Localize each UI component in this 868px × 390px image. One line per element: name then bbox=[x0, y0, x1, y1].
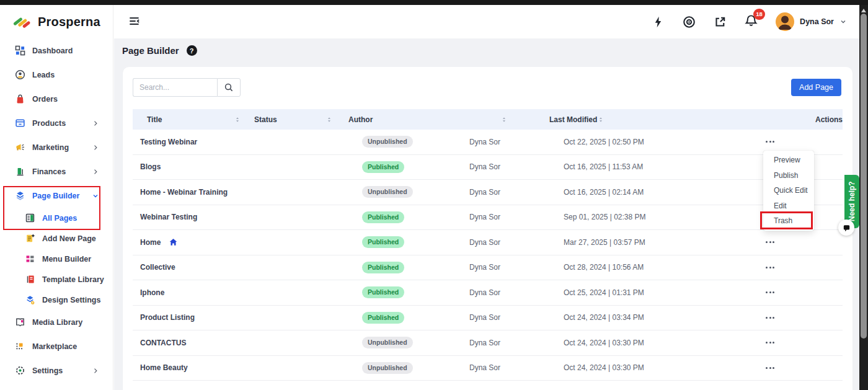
window-top-bar bbox=[0, 0, 868, 5]
notification-badge: 18 bbox=[753, 9, 765, 20]
row-actions-button[interactable] bbox=[764, 288, 776, 297]
sidebar-item-marketing[interactable]: Marketing bbox=[0, 135, 113, 159]
row-actions-button[interactable] bbox=[764, 137, 776, 146]
sidebar: Prosperna Dashboard Leads Orders bbox=[0, 5, 113, 390]
status-badge: Published bbox=[362, 211, 404, 223]
page-row-title: Collective bbox=[140, 263, 175, 272]
scrollbar-thumb[interactable] bbox=[861, 14, 867, 339]
topbar: 18 Dyna Sor bbox=[114, 5, 859, 38]
sidebar-item-marketplace[interactable]: Marketplace bbox=[0, 334, 113, 358]
sidebar-item-label: Marketplace bbox=[32, 342, 77, 351]
sidebar-item-all-pages[interactable]: All Pages bbox=[0, 208, 113, 228]
sidebar-item-label: Orders bbox=[32, 95, 58, 104]
sidebar-item-page-builder[interactable]: Page Builder bbox=[0, 184, 113, 208]
column-header[interactable]: Title bbox=[133, 115, 247, 124]
notifications-button[interactable]: 18 bbox=[745, 14, 758, 30]
help-icon[interactable]: ? bbox=[187, 45, 197, 56]
title-cell: Home bbox=[133, 237, 348, 247]
prosperna-logo-icon bbox=[12, 12, 33, 32]
chat-icon bbox=[842, 223, 851, 233]
last-modified-cell: Oct 24, 2024 | 03:34 PM bbox=[556, 313, 757, 322]
last-modified-cell: Oct 28, 2024 | 10:56 AM bbox=[556, 263, 757, 272]
record-icon[interactable] bbox=[683, 16, 696, 29]
column-header[interactable]: Last Modified bbox=[542, 115, 815, 124]
sidebar-item-add-new-page[interactable]: Add New Page bbox=[0, 228, 113, 249]
menu-item-preview[interactable]: Preview bbox=[763, 153, 814, 168]
table-row[interactable]: Collective Published Dyna Sor Oct 28, 20… bbox=[133, 255, 843, 281]
sidebar-item-settings[interactable]: Settings bbox=[0, 358, 113, 383]
row-actions-button[interactable] bbox=[764, 263, 776, 272]
sidebar-item-icon bbox=[15, 118, 25, 128]
sidebar-item-menu-builder[interactable]: Menu Builder bbox=[0, 249, 113, 269]
sidebar-item-icon bbox=[15, 365, 25, 376]
page-row-title: Testing Webinar bbox=[140, 138, 197, 146]
status-badge: Unpublished bbox=[362, 337, 413, 348]
actions-cell bbox=[757, 363, 843, 373]
sidebar-item-orders[interactable]: Orders bbox=[0, 87, 113, 111]
table-row[interactable]: Blogs Published Dyna Sor Oct 16, 2025 | … bbox=[133, 155, 843, 180]
topbar-actions: 18 Dyna Sor bbox=[652, 12, 847, 31]
sidebar-item-dashboard[interactable]: Dashboard bbox=[0, 38, 113, 63]
avatar-person-icon bbox=[776, 12, 794, 31]
scrollbar-up-arrow[interactable] bbox=[861, 9, 866, 12]
table-row[interactable]: Webinar Testing Published Dyna Sor Sep 0… bbox=[133, 205, 843, 231]
author-cell: Dyna Sor bbox=[463, 213, 556, 221]
search-button[interactable] bbox=[217, 78, 241, 97]
sidebar-item-icon bbox=[25, 213, 35, 223]
sidebar-item-icon bbox=[15, 142, 25, 153]
menu-item-edit[interactable]: Edit bbox=[763, 198, 814, 214]
chat-launcher[interactable] bbox=[838, 219, 854, 236]
collapse-sidebar-button[interactable] bbox=[127, 14, 142, 29]
table-toolbar: Add Page bbox=[123, 67, 852, 109]
table-row[interactable]: Home Beauty Unpublished Dyna Sor Oct 24,… bbox=[133, 356, 843, 381]
bolt-icon[interactable] bbox=[652, 16, 665, 29]
menu-item-quick-edit[interactable]: Quick Edit bbox=[763, 183, 814, 198]
menu-item-trash[interactable]: Trash bbox=[763, 213, 814, 229]
table-row[interactable]: Home Published Dyna Sor Mar 27, 2025 | 0… bbox=[133, 230, 843, 255]
user-menu-button[interactable]: Dyna Sor bbox=[776, 12, 847, 31]
row-actions-button[interactable] bbox=[764, 313, 776, 322]
sidebar-item-label: Add New Page bbox=[42, 234, 96, 243]
sidebar-item-label: Menu Builder bbox=[42, 255, 91, 264]
table-row[interactable]: Home - Webinar Training Unpublished Dyna… bbox=[133, 180, 843, 205]
sidebar-item-label: Settings bbox=[32, 366, 63, 375]
pages-card: Add Page Title Status Author bbox=[123, 67, 852, 390]
add-page-button[interactable]: Add Page bbox=[791, 79, 841, 96]
chevron-right-icon bbox=[92, 120, 99, 127]
sidebar-item-icon bbox=[25, 254, 35, 264]
row-actions-button[interactable] bbox=[764, 363, 776, 373]
row-actions-button[interactable] bbox=[764, 237, 776, 247]
sidebar-item-leads[interactable]: Leads bbox=[0, 63, 113, 87]
search-input[interactable] bbox=[133, 78, 217, 97]
table-row[interactable]: Testing Webinar Unpublished Dyna Sor Oct… bbox=[133, 130, 843, 155]
menu-item-publish[interactable]: Publish bbox=[763, 168, 814, 184]
title-cell: Blogs bbox=[133, 162, 348, 171]
author-cell: Dyna Sor bbox=[463, 263, 556, 272]
sidebar-item-finances[interactable]: Finances bbox=[0, 159, 113, 184]
table-row[interactable]: Product Listing Published Dyna Sor Oct 2… bbox=[133, 306, 843, 331]
last-modified-cell: Oct 16, 2025 | 11:53 AM bbox=[556, 162, 757, 171]
sidebar-item-media-library[interactable]: Media Library bbox=[0, 310, 113, 334]
sidebar-item-template-library[interactable]: Template Library bbox=[0, 269, 113, 290]
column-header[interactable]: Status bbox=[247, 115, 340, 124]
status-cell: Published bbox=[348, 211, 463, 223]
column-header[interactable]: Actions bbox=[815, 115, 843, 124]
column-header[interactable]: Author bbox=[340, 115, 542, 124]
column-label: Title bbox=[147, 115, 162, 124]
brand-logo[interactable]: Prosperna bbox=[0, 5, 113, 38]
sidebar-item-icon bbox=[25, 295, 35, 305]
title-cell: CONTACTUS bbox=[133, 339, 348, 347]
author-cell: Dyna Sor bbox=[463, 138, 556, 146]
sidebar-item-design-settings[interactable]: Design Settings bbox=[0, 290, 113, 310]
table-row[interactable]: Iphone Published Dyna Sor Oct 25, 2024 |… bbox=[133, 280, 843, 306]
status-badge: Published bbox=[362, 312, 404, 324]
status-badge: Unpublished bbox=[362, 362, 413, 374]
search-group bbox=[133, 78, 843, 97]
pages-table: Title Status Author Last Modifie bbox=[133, 109, 843, 381]
external-link-icon[interactable] bbox=[714, 16, 727, 29]
sidebar-item-products[interactable]: Products bbox=[0, 111, 113, 135]
table-row[interactable]: CONTACTUS Unpublished Dyna Sor Oct 24, 2… bbox=[133, 330, 843, 356]
row-actions-button[interactable] bbox=[764, 338, 776, 347]
row-actions-menu: Preview Publish Quick Edit Edit Trash bbox=[763, 151, 814, 231]
status-badge: Unpublished bbox=[362, 136, 413, 148]
